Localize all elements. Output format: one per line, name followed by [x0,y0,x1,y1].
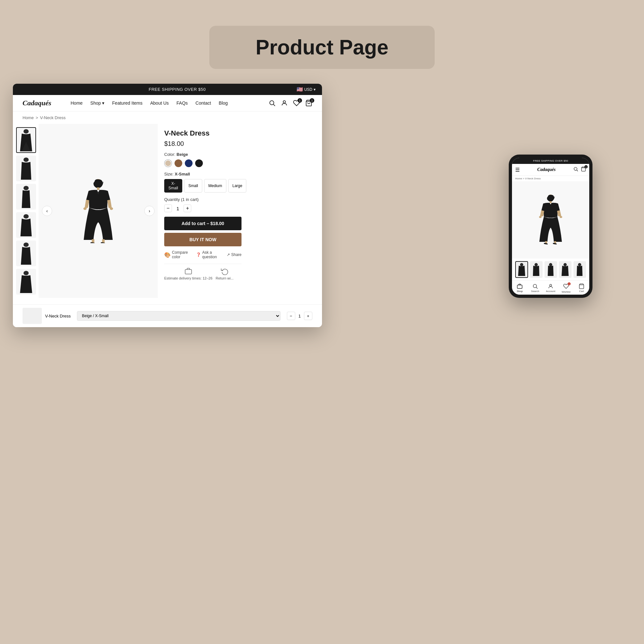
product-dress-image [79,179,118,243]
mobile-nav: ☰ Cadaqués 1 [512,164,589,176]
thumb-1[interactable] [16,127,36,153]
color-navy[interactable] [185,159,193,167]
delivery-estimate: Estimate delivery times: 12–26 [164,267,213,280]
mobile-shipping-banner: FREE SHIPPING OVER $50 [512,158,589,164]
mobile-thumb-4[interactable] [559,261,572,278]
sticky-qty-decrease[interactable]: − [287,312,295,320]
thumb-6[interactable] [16,269,36,295]
svg-point-0 [270,101,274,105]
mobile-search-icon[interactable] [573,166,578,173]
size-m[interactable]: Medium [204,179,226,193]
sticky-product-thumb: V-Neck Dress [23,308,71,324]
size-s[interactable]: Small [184,179,202,193]
sticky-qty-increase[interactable]: + [304,312,312,320]
svg-rect-8 [24,242,29,247]
nav-blog[interactable]: Blog [219,100,228,106]
qty-label: Quantity (1 in cart) [164,197,241,202]
mobile-mockup: FREE SHIPPING OVER $50 ☰ Cadaqués 1 [509,155,592,298]
size-xs[interactable]: X-Small [164,179,182,193]
nav-icons: 1 1 [269,99,312,107]
currency-selector[interactable]: 🇺🇸 USD ▾ [297,86,316,92]
svg-point-33 [533,284,537,288]
thumb-4[interactable] [16,212,36,238]
mobile-nav-account[interactable]: Account [543,283,558,293]
account-icon[interactable] [281,99,288,107]
mobile-wishlist-badge: 1 [568,282,571,285]
qty-value: 1 [176,206,179,211]
cart-icon[interactable]: 1 [305,99,312,107]
share-link[interactable]: ↗ Share [227,250,241,259]
mobile-thumb-3[interactable] [545,261,557,278]
color-black[interactable] [195,159,203,167]
qty-increase[interactable]: + [184,204,191,212]
color-label: Color: Beige [164,152,241,157]
breadcrumb-current: V-Neck Dress [40,115,65,120]
mobile-logo[interactable]: Cadaqués [537,167,556,172]
desktop-browser: FREE SHIPPING OVER $50 🇺🇸 USD ▾ Cadaqués… [13,84,322,327]
svg-point-31 [578,263,581,266]
svg-line-1 [273,104,275,106]
svg-rect-9 [24,271,29,275]
size-l[interactable]: Large [228,179,247,193]
return-policy: Return wi... [216,267,234,280]
wishlist-icon[interactable]: 1 [293,99,300,107]
sticky-bottom-bar: V-Neck Dress Beige / X-Small − 1 + [13,304,322,327]
svg-line-34 [536,287,537,289]
mobile-nav-cart[interactable]: Cart [574,283,589,293]
search-icon[interactable] [269,99,276,107]
svg-rect-5 [24,157,29,162]
qty-decrease[interactable]: − [164,204,172,212]
mobile-nav-shop[interactable]: Shop [512,283,527,293]
nav-contact[interactable]: Contact [195,100,211,106]
next-image-button[interactable]: › [144,206,155,216]
sticky-variant-select[interactable]: Beige / X-Small [77,311,280,321]
svg-point-27 [520,263,523,266]
mobile-thumb-2[interactable] [530,261,543,278]
svg-rect-4 [24,129,29,133]
thumb-5[interactable] [16,241,36,266]
sticky-qty-value: 1 [298,314,301,318]
site-logo[interactable]: Cadaqués [23,99,51,107]
svg-point-2 [283,101,285,103]
svg-rect-32 [517,285,522,289]
svg-rect-7 [24,214,29,218]
nav-faqs[interactable]: FAQs [176,100,188,106]
mobile-bottom-nav: Shop Search Account 1 [512,280,589,295]
nav-about[interactable]: About Us [150,100,169,106]
thumbnail-sidebar [13,124,39,298]
svg-point-35 [550,284,552,286]
mobile-cart-icon[interactable]: 1 [581,166,586,173]
mobile-nav-wishlist[interactable]: 1 Wishlist [558,283,574,293]
wishlist-badge: 1 [298,98,302,103]
mobile-nav-search[interactable]: Search [527,283,543,293]
color-beige[interactable] [164,159,172,167]
sticky-product-name: V-Neck Dress [45,314,71,318]
mobile-thumb-5[interactable] [573,261,586,278]
nav-links: Home Shop ▾ Featured Items About Us FAQs… [71,100,269,106]
mobile-screen: FREE SHIPPING OVER $50 ☰ Cadaqués 1 [512,158,589,295]
nav-shop[interactable]: Shop ▾ [90,100,105,106]
browser-topbar: FREE SHIPPING OVER $50 🇺🇸 USD ▾ [13,84,322,95]
svg-point-30 [563,263,567,266]
add-to-cart-button[interactable]: Add to cart – $18.00 [164,217,241,230]
thumb-2[interactable] [16,156,36,181]
svg-point-24 [560,216,562,218]
compare-color-link[interactable]: 🎨 Compare color [164,250,191,259]
svg-rect-22 [550,201,552,203]
nav-featured[interactable]: Featured Items [112,100,142,106]
buy-now-button[interactable]: BUY IT NOW [164,233,241,246]
color-brown[interactable] [175,159,182,167]
svg-point-28 [535,263,538,266]
mobile-menu-icon[interactable]: ☰ [515,167,520,173]
svg-point-23 [539,216,542,218]
mobile-main-image [512,181,589,259]
svg-point-18 [574,167,577,170]
nav-home[interactable]: Home [71,100,82,106]
mobile-cart-badge: 1 [584,165,588,168]
svg-rect-6 [24,186,29,190]
prev-image-button[interactable]: ‹ [42,206,52,216]
breadcrumb-home[interactable]: Home [23,115,34,120]
mobile-thumb-1[interactable] [515,261,528,278]
ask-question-link[interactable]: ❓ Ask a question [196,250,222,259]
thumb-3[interactable] [16,184,36,210]
